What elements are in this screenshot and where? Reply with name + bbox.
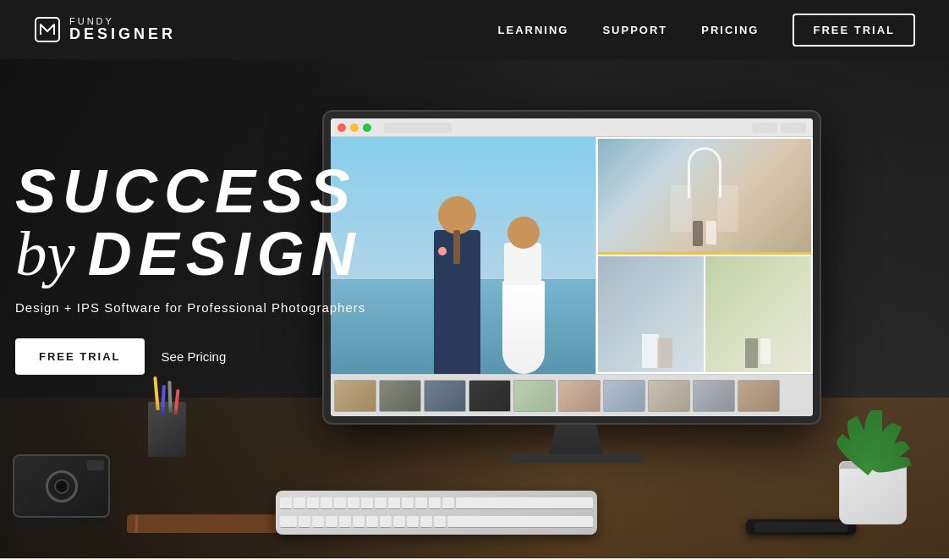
hero-line2: by DESIGN	[15, 222, 365, 285]
hero-section: SUCCESS by DESIGN Design + IPS Software …	[0, 59, 949, 558]
monitor-screen	[331, 118, 813, 416]
titlebar-minimize	[350, 124, 359, 132]
photo-grid-right	[596, 137, 814, 374]
monitor-titlebar	[331, 118, 813, 137]
photo-thumb-large	[598, 139, 812, 255]
nav-free-trial-button[interactable]: FREE TRIAL	[793, 14, 915, 47]
filmstrip-item	[469, 380, 511, 412]
navbar: FUNDY DESIGNER LEARNING SUPPORT PRICING …	[0, 0, 949, 59]
nav-pricing[interactable]: PRICING	[701, 24, 759, 36]
nav-learning[interactable]: LEARNING	[498, 24, 569, 36]
brand-name: FUNDY DESIGNER	[69, 16, 176, 43]
nav-links: LEARNING SUPPORT PRICING FREE TRIAL	[498, 14, 915, 47]
filmstrip-item	[379, 380, 421, 412]
svg-rect-0	[36, 18, 59, 41]
hero-line1: SUCCESS	[15, 161, 365, 222]
filmstrip-item	[693, 380, 735, 412]
filmstrip-item	[648, 380, 690, 412]
monitor-filmstrip	[331, 374, 813, 416]
pencil-cup	[148, 402, 186, 457]
filmstrip-item	[424, 380, 466, 412]
filmstrip-item	[558, 380, 601, 412]
camera-decoration	[13, 454, 110, 524]
photo-main-left	[331, 137, 596, 374]
monitor-frame	[322, 110, 821, 425]
monitor-stand-neck	[542, 425, 610, 454]
hero-free-trial-button[interactable]: FREE TRIAL	[15, 338, 145, 375]
filmstrip-item	[603, 380, 645, 412]
brand-designer: DESIGNER	[69, 26, 176, 43]
filmstrip-item	[513, 380, 556, 412]
keyboard	[276, 491, 597, 535]
fundy-logo-icon	[34, 16, 61, 43]
filmstrip-item	[334, 380, 376, 412]
monitor-stand-base	[508, 454, 644, 463]
titlebar-maximize	[363, 124, 371, 132]
monitor	[322, 110, 830, 463]
titlebar-close	[337, 124, 346, 132]
monitor-content	[331, 137, 813, 374]
filmstrip-item	[738, 380, 780, 412]
wedding-photo-background	[331, 137, 595, 374]
photo-thumb-br	[705, 256, 811, 372]
hero-design-text: DESIGN	[88, 223, 362, 284]
hero-see-pricing-link[interactable]: See Pricing	[162, 349, 227, 364]
hero-cta-group: FREE TRIAL See Pricing	[15, 338, 365, 375]
notebook	[127, 514, 297, 533]
plant	[831, 385, 915, 524]
photo-thumb-bl	[598, 256, 704, 372]
hero-by-text: by	[15, 222, 75, 285]
hero-success-text: SUCCESS	[15, 157, 357, 225]
hero-text-block: SUCCESS by DESIGN Design + IPS Software …	[15, 161, 365, 375]
nav-support[interactable]: SUPPORT	[602, 24, 667, 36]
hero-subtitle: Design + IPS Software for Professional P…	[15, 300, 365, 315]
brand-logo[interactable]: FUNDY DESIGNER	[34, 16, 176, 43]
